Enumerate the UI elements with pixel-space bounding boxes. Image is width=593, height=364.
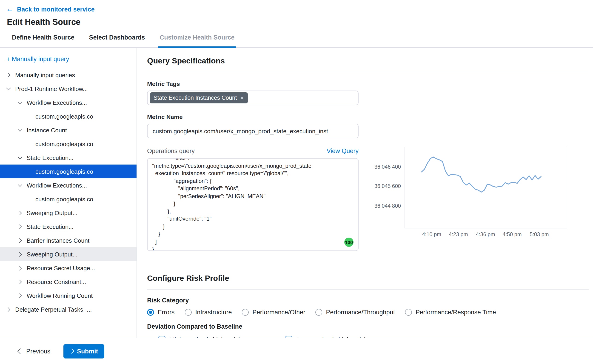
tab-select-dashboards[interactable]: Select Dashboards <box>88 34 146 48</box>
metric-tags-input[interactable]: State Execution Instances Count × <box>147 91 358 105</box>
back-link-label: Back to monitored service <box>17 6 95 13</box>
chevron-right-icon <box>6 306 11 312</box>
metric-name-label: Metric Name <box>147 114 593 120</box>
tab-define-health-source[interactable]: Define Health Source <box>11 34 76 48</box>
page-header: ← Back to monitored service Edit Health … <box>0 0 593 27</box>
metric-name-input[interactable]: custom.googleapis.com/user/x_mongo_prod_… <box>147 124 358 138</box>
tree-item-resource-secret-usage[interactable]: Resource Secret Usage... <box>0 261 137 275</box>
wizard-footer: Previous Submit <box>0 338 593 364</box>
metric-preview-chart: 36 046 400 36 045 600 36 044 800 4:10 pm… <box>404 147 567 228</box>
page-title: Edit Health Source <box>7 18 593 27</box>
chevron-down-icon <box>17 100 23 105</box>
tree-item-workflow-executions-1[interactable]: Workflow Executions... <box>0 96 137 109</box>
radio-icon <box>242 309 249 316</box>
deviation-options: Higher value is higher risk Lower value … <box>147 336 593 338</box>
tree-item-workflow-running-count[interactable]: Workflow Running Count <box>0 289 137 302</box>
chevron-right-icon <box>6 72 11 78</box>
chevron-right-icon <box>17 265 23 271</box>
chevron-right-icon <box>17 238 23 243</box>
query-specifications-title: Query Specifications <box>147 57 593 66</box>
chevron-down-icon <box>17 155 23 160</box>
chevron-right-icon <box>69 349 74 354</box>
tree-item-delegate-perpetual-tasks[interactable]: Delegate Perpetual Tasks -... <box>0 302 137 316</box>
chevron-down-icon <box>17 127 23 133</box>
previous-button[interactable]: Previous <box>18 348 50 355</box>
add-manual-query-link[interactable]: + Manually input query <box>0 56 137 63</box>
radio-errors[interactable]: Errors <box>147 309 175 316</box>
radio-icon <box>185 309 192 316</box>
x-axis-tick: 4:36 pm <box>471 232 500 237</box>
chevron-right-icon <box>17 210 23 215</box>
risk-category-options: Errors Infrastructure Performance/Other … <box>147 309 593 316</box>
tree-item-state-execution-2[interactable]: State Execution... <box>0 220 137 234</box>
radio-icon <box>405 309 412 316</box>
checkbox-icon <box>158 336 165 338</box>
risk-category-label: Risk Category <box>147 297 593 304</box>
tree-item-workflow-executions-2[interactable]: Workflow Executions... <box>0 178 137 192</box>
configure-risk-profile-section: Configure Risk Profile Risk Category Err… <box>147 274 593 338</box>
remove-tag-icon[interactable]: × <box>240 95 244 101</box>
tree-item-state-execution-1[interactable]: State Execution... <box>0 151 137 164</box>
radio-icon <box>315 309 322 316</box>
checkbox-higher-value-higher-risk[interactable]: Higher value is higher risk <box>158 336 241 338</box>
submit-button[interactable]: Submit <box>63 344 104 358</box>
chevron-down-icon <box>17 182 23 188</box>
radio-icon <box>147 309 154 316</box>
chevron-right-icon <box>17 279 23 285</box>
operations-query-editor[interactable]: "filter": "metric.type=\"custom.googleap… <box>147 158 358 251</box>
deviation-baseline-label: Deviation Compared to Baseline <box>147 323 593 330</box>
tree-item-metric-4[interactable]: custom.googleapis.co <box>0 192 137 206</box>
x-axis-tick: 4:50 pm <box>498 232 526 237</box>
tree-item-instance-count[interactable]: Instance Count <box>0 123 137 137</box>
tree-item-prod1-runtime-workflow[interactable]: Prod-1 Runtime Workflow... <box>0 82 137 96</box>
tree-item-sweeping-output-2[interactable]: Sweeping Output... <box>0 247 137 261</box>
chart-plot-area <box>404 147 567 228</box>
radio-performance-throughput[interactable]: Performance/Throughput <box>315 309 395 316</box>
wizard-tabs: Define Health Source Select Dashboards C… <box>0 30 593 48</box>
radio-infrastructure[interactable]: Infrastructure <box>185 309 232 316</box>
back-arrow-icon: ← <box>6 6 13 13</box>
x-axis-tick: 4:23 pm <box>444 232 473 237</box>
chevron-down-icon <box>6 86 11 91</box>
configure-risk-profile-title: Configure Risk Profile <box>147 274 593 283</box>
metric-tag-chip: State Execution Instances Count × <box>150 92 248 104</box>
tab-customize-health-source[interactable]: Customize Health Source <box>158 34 236 48</box>
query-tree: Manually input queries Prod-1 Runtime Wo… <box>0 68 137 316</box>
x-axis-tick: 4:10 pm <box>417 232 446 237</box>
tree-item-metric-1[interactable]: custom.googleapis.co <box>0 109 137 123</box>
x-axis-tick: 5:03 pm <box>525 232 554 237</box>
tree-item-resource-constraint[interactable]: Resource Constraint... <box>0 275 137 289</box>
view-query-link[interactable]: View Query <box>327 148 358 154</box>
chart-line-svg <box>405 147 567 228</box>
back-to-monitored-service-link[interactable]: ← Back to monitored service <box>6 6 95 13</box>
query-tree-sidebar: + Manually input query Manually input qu… <box>0 48 137 338</box>
metric-tags-label: Metric Tags <box>147 80 593 87</box>
section-divider <box>147 72 589 72</box>
section-divider <box>147 289 589 290</box>
tree-item-metric-2[interactable]: custom.googleapis.co <box>0 137 137 151</box>
radio-performance-response-time[interactable]: Performance/Response Time <box>405 309 496 316</box>
chevron-right-icon <box>17 251 23 257</box>
checkbox-icon <box>285 336 293 338</box>
chevron-left-icon <box>18 348 23 354</box>
tree-item-sweeping-output-1[interactable]: Sweeping Output... <box>0 206 137 220</box>
tree-item-barrier-instances-count[interactable]: Barrier Instances Count <box>0 234 137 247</box>
tree-item-manually-input-queries[interactable]: Manually input queries <box>0 68 137 82</box>
operations-query-text: "filter": "metric.type=\"custom.googleap… <box>148 158 358 251</box>
metric-tag-label: State Execution Instances Count <box>154 95 237 101</box>
chevron-right-icon <box>17 224 23 229</box>
checkbox-lower-value-higher-risk[interactable]: Lower value is higher risk <box>285 336 367 338</box>
y-axis-tick: 36 046 400 <box>359 164 401 169</box>
operations-query-label: Operations query <box>147 148 195 154</box>
edit-health-source-page: ← Back to monitored service Edit Health … <box>0 0 593 364</box>
radio-performance-other[interactable]: Performance/Other <box>242 309 306 316</box>
tree-item-metric-3-selected[interactable]: custom.googleapis.co <box>0 164 137 178</box>
y-axis-tick: 36 045 600 <box>359 183 401 189</box>
y-axis-tick: 36 044 800 <box>359 203 401 209</box>
chevron-right-icon <box>17 293 23 298</box>
records-count-badge: 100 <box>344 238 353 247</box>
main-content: Query Specifications Metric Tags State E… <box>137 48 593 338</box>
